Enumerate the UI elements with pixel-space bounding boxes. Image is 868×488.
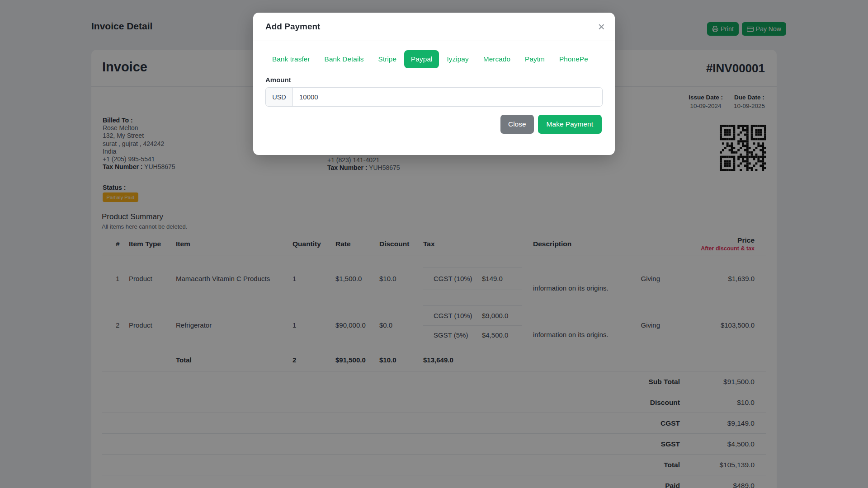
add-payment-modal: Add Payment × Bank trasfer Bank Details … xyxy=(253,13,615,155)
modal-title: Add Payment xyxy=(265,22,320,32)
close-button[interactable]: Close xyxy=(500,115,534,134)
modal-header: Add Payment × xyxy=(253,13,615,41)
payment-method-tabs: Bank trasfer Bank Details Stripe Paypal … xyxy=(253,41,615,68)
tab-phonepe[interactable]: PhonePe xyxy=(552,50,595,68)
amount-label: Amount xyxy=(265,76,603,84)
tab-bank-transfer[interactable]: Bank trasfer xyxy=(265,50,317,68)
tab-bank-details[interactable]: Bank Details xyxy=(318,50,371,68)
tab-iyzipay[interactable]: Iyzipay xyxy=(440,50,475,68)
modal-footer: Close Make Payment xyxy=(253,107,615,134)
tab-paypal[interactable]: Paypal xyxy=(404,50,439,68)
amount-input[interactable] xyxy=(293,88,602,106)
amount-input-group: USD xyxy=(265,87,603,107)
tab-mercado[interactable]: Mercado xyxy=(476,50,517,68)
make-payment-button[interactable]: Make Payment xyxy=(538,115,602,134)
tab-paytm[interactable]: Paytm xyxy=(518,50,552,68)
close-icon[interactable]: × xyxy=(598,21,605,33)
currency-prefix: USD xyxy=(266,88,293,106)
tab-stripe[interactable]: Stripe xyxy=(372,50,404,68)
